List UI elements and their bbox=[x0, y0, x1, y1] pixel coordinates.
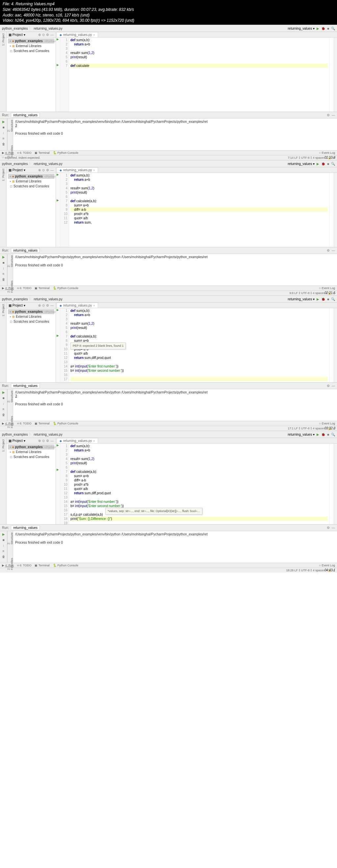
search-button[interactable]: 🔍 bbox=[331, 433, 335, 436]
filter-icon[interactable]: ≡ bbox=[3, 407, 5, 411]
project-panel-title[interactable]: ▦ Project ▾ bbox=[8, 304, 38, 307]
file-tab[interactable]: ◆returning_values.py× bbox=[57, 167, 98, 173]
favorites-tab[interactable]: 2: Favorites bbox=[7, 558, 13, 570]
debug-button[interactable]: 🐞 bbox=[321, 27, 325, 30]
down-icon[interactable]: ↓ bbox=[3, 544, 4, 547]
tree-scratches[interactable]: ⊡Scratches and Consoles bbox=[8, 455, 54, 459]
tree-external-libs[interactable]: ▸⊞External Libraries bbox=[8, 314, 54, 319]
project-panel-title[interactable]: ▦ Project ▾ bbox=[8, 439, 38, 442]
gear-icon[interactable]: ⚙ bbox=[46, 439, 49, 442]
tree-scratches[interactable]: ⊡Scratches and Consoles bbox=[8, 49, 54, 53]
code-text[interactable]: def sum(a,b): return a+bresult= sum(1,2)… bbox=[69, 37, 329, 112]
rerun-button[interactable]: ▶ bbox=[2, 120, 5, 123]
stop-button[interactable]: ■ bbox=[327, 297, 329, 301]
minimize-icon[interactable]: — bbox=[332, 384, 335, 388]
collapse-icon[interactable]: ⊕ bbox=[38, 439, 41, 442]
tree-root[interactable]: ▸■python_examples ~/PycharmProjects/pyth… bbox=[8, 444, 54, 450]
run-gutter[interactable]: ▶▶ bbox=[56, 173, 61, 247]
structure-tab[interactable]: 2: Structure bbox=[7, 255, 13, 268]
minimize-icon[interactable]: — bbox=[332, 526, 335, 529]
filter-icon[interactable]: ≡ bbox=[3, 272, 5, 276]
project-tool-tab[interactable]: 1: Project bbox=[2, 168, 5, 181]
project-tool-tab[interactable]: 1: Project bbox=[2, 304, 5, 316]
tree-external-libs[interactable]: ▸⊞External Libraries bbox=[8, 450, 54, 455]
minimize-icon[interactable]: — bbox=[332, 113, 335, 117]
marker-bar[interactable] bbox=[329, 443, 334, 524]
bc-project[interactable]: python_examples bbox=[2, 433, 28, 436]
stop-button-2[interactable]: ■ bbox=[2, 125, 4, 129]
project-panel-title[interactable]: ▦ Project ▾ bbox=[8, 168, 38, 172]
trash-icon[interactable]: 🗑 bbox=[2, 142, 5, 146]
collapse-icon[interactable]: ⊕ bbox=[38, 304, 41, 307]
bc-project[interactable]: python_examples bbox=[2, 27, 28, 30]
pyconsole-tool-button[interactable]: 🐍 Python Console bbox=[53, 564, 78, 567]
code-editor[interactable]: ▶▶ 1234567891011121314151617 def sum(a,b… bbox=[56, 308, 337, 382]
run-config-selector[interactable]: returning_values ▾ bbox=[288, 27, 315, 30]
structure-tab[interactable]: 2: Structure bbox=[7, 391, 13, 403]
scrollbar[interactable] bbox=[334, 443, 337, 524]
bc-file[interactable]: returning_values.py bbox=[34, 162, 62, 166]
down-icon[interactable]: ↓ bbox=[3, 402, 4, 405]
debug-button[interactable]: 🐞 bbox=[321, 162, 325, 166]
event-log-button[interactable]: ○ Event Log bbox=[319, 151, 335, 154]
close-icon[interactable]: × bbox=[93, 439, 95, 442]
scrollbar[interactable] bbox=[334, 308, 337, 382]
rerun-button[interactable]: ▶ bbox=[2, 532, 5, 536]
console-output[interactable]: /Users/mohitsinghal/PycharmProjects/pyth… bbox=[13, 119, 337, 150]
stop-button-2[interactable]: ■ bbox=[2, 538, 4, 542]
scrollbar[interactable] bbox=[334, 173, 337, 247]
search-button[interactable]: 🔍 bbox=[331, 297, 335, 301]
tree-external-libs[interactable]: ▸⊞External Libraries bbox=[8, 179, 54, 184]
project-tool-tab[interactable]: 1: Project bbox=[2, 439, 5, 452]
terminal-tool-button[interactable]: ▣ Terminal bbox=[35, 286, 49, 290]
event-log-button[interactable]: ○ Event Log bbox=[319, 564, 335, 567]
collapse-icon[interactable]: ⊕ bbox=[38, 168, 41, 172]
run-config-selector[interactable]: returning_values ▾ bbox=[288, 433, 315, 436]
run-tab[interactable]: returning_values bbox=[11, 113, 40, 118]
trash-icon[interactable]: 🗑 bbox=[2, 555, 5, 558]
marker-bar[interactable] bbox=[329, 308, 334, 382]
run-button[interactable]: ▶ bbox=[316, 162, 319, 166]
tree-external-libs[interactable]: ▸⊞External Libraries bbox=[8, 43, 54, 49]
favorites-tab[interactable]: 2: Favorites bbox=[7, 281, 13, 293]
gear-icon[interactable]: ⚙ bbox=[46, 168, 49, 172]
run-button[interactable]: ▶ bbox=[316, 27, 319, 30]
pyconsole-tool-button[interactable]: 🐍 Python Console bbox=[53, 151, 78, 154]
stop-button[interactable]: ■ bbox=[327, 27, 329, 30]
scrollbar[interactable] bbox=[334, 37, 337, 112]
todo-tool-button[interactable]: ≡ 6: TODO bbox=[17, 286, 31, 290]
tree-root[interactable]: ▸■python_examples ~/PycharmProjects/pyth… bbox=[8, 309, 54, 314]
down-icon[interactable]: ↓ bbox=[3, 267, 4, 270]
console-output[interactable]: /Users/mohitsinghal/PycharmProjects/pyth… bbox=[13, 389, 337, 421]
trash-icon[interactable]: 🗑 bbox=[2, 278, 5, 281]
todo-tool-button[interactable]: ≡ 6: TODO bbox=[17, 151, 31, 154]
pyconsole-tool-button[interactable]: 🐍 Python Console bbox=[53, 422, 78, 425]
console-output[interactable]: /Users/mohitsinghal/PycharmProjects/pyth… bbox=[13, 254, 337, 285]
rerun-button[interactable]: ▶ bbox=[2, 391, 5, 394]
debug-button[interactable]: 🐞 bbox=[321, 297, 325, 301]
run-gutter[interactable]: ▶▶ bbox=[56, 308, 61, 382]
run-gutter[interactable]: ▶▶ bbox=[56, 37, 61, 112]
bc-file[interactable]: returning_values.py bbox=[34, 27, 62, 30]
hide-icon[interactable]: — bbox=[50, 439, 54, 442]
terminal-tool-button[interactable]: ▣ Terminal bbox=[35, 564, 49, 567]
tree-scratches[interactable]: ⊡Scratches and Consoles bbox=[8, 184, 54, 189]
hide-icon[interactable]: — bbox=[50, 168, 54, 172]
run-config-selector[interactable]: returning_values ▾ bbox=[288, 162, 315, 166]
tree-root[interactable]: ▸■python_examples ~/PycharmProjects/pyth… bbox=[8, 38, 54, 43]
bc-project[interactable]: python_examples bbox=[2, 297, 28, 301]
file-tab[interactable]: ◆returning_values.py× bbox=[57, 438, 98, 443]
hide-icon[interactable]: — bbox=[50, 33, 54, 36]
run-tab[interactable]: returning_values bbox=[11, 525, 40, 530]
project-tool-tab[interactable]: 1: Project bbox=[2, 33, 5, 46]
run-button[interactable]: ▶ bbox=[316, 433, 319, 436]
run-tab[interactable]: returning_values bbox=[11, 383, 40, 388]
marker-bar[interactable] bbox=[329, 173, 334, 247]
close-icon[interactable]: × bbox=[93, 33, 95, 36]
filter-icon[interactable]: ≡ bbox=[3, 549, 5, 553]
stop-button[interactable]: ■ bbox=[327, 433, 329, 436]
trash-icon[interactable]: 🗑 bbox=[2, 413, 5, 416]
favorites-tab[interactable]: 2: Favorites bbox=[7, 416, 13, 428]
project-panel-title[interactable]: ▦ Project ▾ bbox=[8, 33, 38, 36]
search-button[interactable]: 🔍 bbox=[331, 27, 335, 30]
